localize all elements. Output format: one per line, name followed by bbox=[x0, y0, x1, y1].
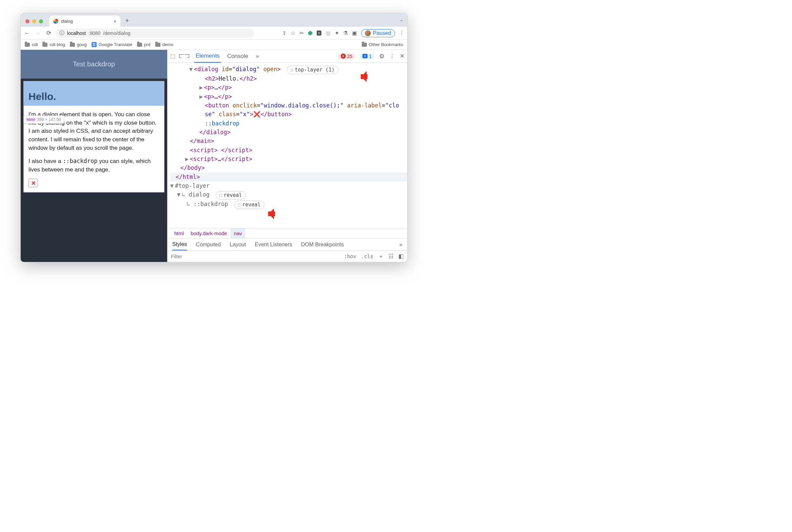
window-controls bbox=[24, 19, 47, 27]
tooltip-tag: html bbox=[26, 117, 35, 122]
styles-filter-bar: :hov .cls ＋ ☷ ◧ bbox=[167, 250, 407, 262]
reload-button[interactable]: ⟳ bbox=[45, 30, 53, 37]
profile-paused-chip[interactable]: Paused bbox=[361, 29, 395, 37]
extension-icon[interactable]: ⬢ bbox=[308, 30, 313, 36]
hov-toggle[interactable]: :hov bbox=[344, 253, 356, 260]
annotation-arrow-1 bbox=[361, 64, 373, 87]
reveal-badge-dialog[interactable]: ⬚reveal bbox=[216, 191, 245, 200]
styles-filter-input[interactable] bbox=[171, 253, 344, 259]
forward-button[interactable]: → bbox=[34, 30, 42, 37]
new-tab-button[interactable]: + bbox=[123, 16, 132, 25]
toolbar: ← → ⟳ ⓘ localhost:8080/demo/dialog ⇪ ☆ ✂… bbox=[21, 27, 407, 40]
bookmark-google-translate[interactable]: 文Google Translate bbox=[92, 42, 132, 47]
rendered-page: Test backdrop Hello. I'm a dialog elemen… bbox=[21, 50, 167, 262]
site-info-icon[interactable]: ⓘ bbox=[59, 30, 65, 36]
message-count-chip[interactable]: ≡1 bbox=[360, 53, 374, 59]
bookmark-cdt-blog[interactable]: cdt blog bbox=[42, 42, 65, 47]
paused-label: Paused bbox=[373, 30, 391, 36]
labs-flask-icon[interactable]: ⚗ bbox=[343, 30, 348, 36]
bookmark-prd[interactable]: prd bbox=[137, 42, 150, 47]
breadcrumbs[interactable]: html body.dark-mode nav bbox=[167, 228, 407, 238]
inspect-element-icon[interactable]: ⬚ bbox=[170, 53, 175, 59]
annotation-arrow-2 bbox=[268, 202, 280, 224]
tab-console[interactable]: Console bbox=[226, 50, 250, 62]
top-layer-badge[interactable]: ⬚top-layer (1) bbox=[287, 66, 338, 74]
address-bar[interactable]: ⓘ localhost:8080/demo/dialog bbox=[56, 28, 254, 38]
styletab-more[interactable]: » bbox=[399, 242, 402, 248]
maximize-window-icon[interactable] bbox=[39, 19, 43, 23]
tooltip-dimensions: 399 × 147.59 bbox=[37, 117, 61, 122]
devtools-close-icon[interactable]: ✕ bbox=[400, 53, 404, 60]
crumb-body[interactable]: body.dark-mode bbox=[187, 228, 230, 238]
tab-elements[interactable]: Elements bbox=[194, 50, 221, 63]
bookmark-goog[interactable]: goog bbox=[70, 42, 87, 47]
dialog-element: Hello. I'm a dialog element that is open… bbox=[23, 81, 164, 192]
styletab-dom-breakpoints[interactable]: DOM Breakpoints bbox=[301, 242, 344, 248]
device-toolbar-icon[interactable]: ⫍⫎ bbox=[179, 53, 189, 59]
dialog-close-button[interactable]: ✕ bbox=[29, 178, 38, 187]
back-button[interactable]: ← bbox=[23, 30, 31, 37]
bookmark-cdt[interactable]: cdt bbox=[25, 42, 38, 47]
close-tab-icon[interactable]: × bbox=[114, 19, 116, 24]
tabs-menu-icon[interactable]: ⌄ bbox=[400, 17, 403, 22]
bookmarks-bar: cdt cdt blog goog 文Google Translate prd … bbox=[21, 40, 407, 50]
cls-toggle[interactable]: .cls bbox=[361, 253, 373, 260]
toggle-sidebar-icon[interactable]: ◧ bbox=[398, 253, 404, 260]
computed-panel-icon[interactable]: ☷ bbox=[389, 253, 394, 260]
extension-n-icon[interactable]: n bbox=[317, 31, 321, 36]
crumb-nav[interactable]: nav bbox=[231, 228, 245, 238]
toolbar-actions: ⇪ ☆ ✂︎ ⬢ n ▦ ✦ ⚗ ▣ Paused ⋮ bbox=[282, 29, 404, 37]
settings-gear-icon[interactable]: ⚙ bbox=[379, 53, 385, 60]
url-port: :8080 bbox=[89, 31, 100, 36]
dialog-heading: Hello. bbox=[24, 81, 164, 106]
devtools-inspect-group: ⬚ ⫍⫎ bbox=[170, 53, 189, 59]
dialog-close-tag: </dialog> bbox=[199, 129, 231, 135]
tab-title: dialog bbox=[61, 19, 73, 24]
chrome-menu-icon[interactable]: ⋮ bbox=[399, 30, 404, 36]
content-area: Test backdrop Hello. I'm a dialog elemen… bbox=[21, 50, 407, 262]
avatar-icon bbox=[365, 30, 371, 36]
extensions-puzzle-icon[interactable]: ✦ bbox=[335, 30, 339, 36]
page-header: Test backdrop bbox=[21, 50, 167, 79]
tab-active[interactable]: dialog × bbox=[49, 16, 121, 27]
browser-window: dialog × + ⌄ ← → ⟳ ⓘ localhost:8080/demo… bbox=[20, 13, 407, 262]
panel-icon[interactable]: ▣ bbox=[352, 30, 357, 36]
inspect-tooltip: html 399 × 147.59 bbox=[23, 116, 64, 124]
crumb-html[interactable]: html bbox=[171, 228, 187, 238]
minimize-window-icon[interactable] bbox=[32, 19, 36, 23]
styletab-styles[interactable]: Styles bbox=[172, 239, 187, 250]
styletab-computed[interactable]: Computed bbox=[196, 242, 221, 248]
url-path: /demo/dialog bbox=[103, 31, 130, 36]
scissors-icon[interactable]: ✂︎ bbox=[299, 30, 304, 36]
error-count-chip[interactable]: ✕25 bbox=[338, 53, 355, 59]
styletab-layout[interactable]: Layout bbox=[229, 242, 246, 248]
devtools-menu-icon[interactable]: ⋮ bbox=[389, 53, 395, 60]
styletab-event-listeners[interactable]: Event Listeners bbox=[255, 242, 292, 248]
favicon-icon bbox=[53, 19, 58, 24]
other-bookmarks[interactable]: Other Bookmarks bbox=[362, 42, 403, 47]
tab-strip: dialog × + ⌄ bbox=[21, 13, 407, 27]
styles-tabs: Styles Computed Layout Event Listeners D… bbox=[167, 238, 407, 250]
dialog-paragraph-2: I also have a ::backdrop you can style, … bbox=[24, 157, 164, 174]
elements-tree[interactable]: ▼<dialog id="dialog" open> ⬚top-layer (1… bbox=[167, 63, 407, 228]
reveal-badge-backdrop[interactable]: ⬚reveal bbox=[234, 201, 264, 209]
devtools-header: ⬚ ⫍⫎ Elements Console » ✕25 ≡1 ⚙ ⋮ ✕ bbox=[167, 50, 407, 63]
tab-more[interactable]: » bbox=[254, 50, 260, 62]
bookmark-demo[interactable]: demo bbox=[155, 42, 173, 47]
new-style-rule-icon[interactable]: ＋ bbox=[378, 252, 384, 260]
share-icon[interactable]: ⇪ bbox=[282, 30, 287, 36]
url-host: localhost bbox=[67, 31, 86, 36]
extension-blank-icon[interactable]: ▦ bbox=[326, 30, 331, 36]
close-window-icon[interactable] bbox=[25, 19, 30, 23]
devtools: ⬚ ⫍⫎ Elements Console » ✕25 ≡1 ⚙ ⋮ ✕ ▼<d… bbox=[167, 50, 407, 262]
bookmark-star-icon[interactable]: ☆ bbox=[291, 30, 295, 36]
